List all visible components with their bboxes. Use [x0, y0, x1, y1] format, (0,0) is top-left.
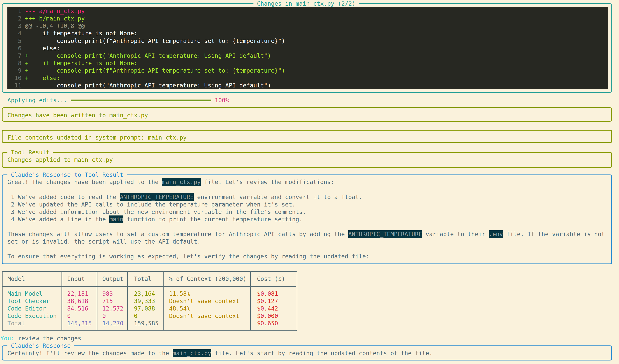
table-header-total: Total [134, 275, 152, 283]
table-cell: $0.000 [257, 312, 278, 320]
response2-text: Certainly! I'll review the changes made … [7, 350, 433, 357]
diff-line: 10 + else: [7, 74, 60, 82]
user-text: review the changes [14, 335, 81, 342]
user-speaker: You: [0, 335, 14, 342]
table-header-model: Model [7, 275, 25, 283]
table-cell: 48.54% [169, 305, 190, 312]
response2-panel-title: Claude's Response [7, 342, 74, 350]
response-para1-line1: These changes will allow users to set a … [7, 230, 605, 238]
diff-line: 11 console.print("Anthropic API temperat… [7, 82, 271, 89]
response-para1-line2: set or is invalid, the script will use t… [7, 238, 201, 245]
table-cell: 0 [134, 312, 138, 320]
response-para2: To ensure that everything is working as … [7, 253, 369, 260]
table-cell: 0 [67, 312, 71, 320]
written-panel-text: Changes have been written to main_ctx.py [7, 112, 148, 119]
table-cell: Tool Checker [7, 297, 50, 305]
table-header-output: Output [102, 275, 123, 283]
table-column-line [127, 271, 128, 330]
response-item-1: 1 We've added code to read the ANTHROPIC… [7, 193, 362, 201]
table-cell: 0 [102, 312, 106, 320]
table-header-context: % of Context (200,000) [169, 275, 246, 283]
table-column-line [97, 271, 98, 330]
table-header-separator [2, 286, 296, 287]
progress-bar [71, 100, 211, 101]
diff-panel-title: Changes in main_ctx.py (2/2) [253, 0, 359, 7]
tool-result-title: Tool Result [7, 149, 53, 156]
table-cell: Code Execution [7, 312, 57, 320]
table-cell: Main Model [7, 290, 42, 297]
table-cell: 715 [102, 297, 113, 305]
table-cell: 159,585 [134, 320, 159, 327]
updated-panel-text: File contents updated in system prompt: … [7, 134, 187, 141]
inline-code: main_ctx.py [162, 178, 201, 186]
table-cell: 38,618 [67, 297, 88, 305]
table-cell: 983 [102, 290, 113, 297]
diff-line: 5 console.print(f"Anthropic API temperat… [7, 37, 285, 45]
diff-line: 8 + if temperature is not None: [7, 60, 138, 67]
response-item-3: 3 We've added information about the new … [7, 208, 306, 216]
diff-line: 6 else: [7, 45, 60, 52]
inline-code: main_ctx.py [173, 349, 211, 357]
table-column-line [61, 271, 62, 330]
diff-line: 4 if temperature is not None: [7, 30, 138, 37]
inline-code: ANTHROPIC_TEMPERATURE [348, 230, 422, 238]
inline-code: ANTHROPIC_TEMPERATURE [120, 193, 194, 201]
progress-percent: 100% [215, 97, 229, 104]
table-column-line [163, 271, 164, 330]
table-cell: Doesn't save context [169, 312, 239, 320]
table-header-cost: Cost ($) [257, 275, 285, 283]
diff-line: 9 + console.print(f"Anthropic API temper… [7, 67, 285, 74]
table-cell: 23,164 [134, 290, 155, 297]
table-cell: 14,270 [102, 320, 123, 327]
diff-line: 2 +++ b/main_ctx.py [7, 15, 85, 22]
table-cell: Code Editor [7, 305, 46, 312]
progress-label: Applying edits... [7, 97, 67, 104]
diff-line: 3 @@ -10,4 +10,8 @@ [7, 22, 85, 30]
table-cell: $0.442 [257, 305, 278, 312]
response-intro: Great! The changes have been applied to … [7, 178, 334, 186]
table-header-input: Input [67, 275, 85, 283]
table-cell: Doesn't save context [169, 297, 239, 305]
table-cell: $0.650 [257, 320, 278, 327]
inline-code: .env [489, 230, 503, 238]
response-panel-title: Claude's Response to Tool Result [7, 171, 127, 179]
table-column-line [250, 271, 251, 330]
table-cell: 84,516 [67, 305, 88, 312]
diff-line: 1 --- a/main_ctx.py [7, 7, 85, 15]
diff-code-block [7, 7, 608, 89]
tool-result-text: Changes applied to main_ctx.py [7, 156, 113, 163]
table-cell: 39,333 [134, 297, 155, 305]
table-cell: 12,572 [102, 305, 123, 312]
user-message: You: review the changes [0, 335, 81, 342]
table-cell: 11.58% [169, 290, 190, 297]
inline-code: main [109, 216, 123, 223]
table-cell: 22,181 [67, 290, 88, 297]
response-item-2: 2 We've updated the API calls to include… [7, 201, 296, 208]
table-cell: 145,315 [67, 320, 92, 327]
table-cell: 97,088 [134, 305, 155, 312]
table-cell: $0.081 [257, 290, 278, 297]
diff-line: 7 + console.print("Anthropic API tempera… [7, 52, 271, 60]
table-cell: Total [7, 320, 25, 327]
response-item-4: 4 We've added a line in the main functio… [7, 216, 303, 223]
table-cell: $0.127 [257, 297, 278, 305]
